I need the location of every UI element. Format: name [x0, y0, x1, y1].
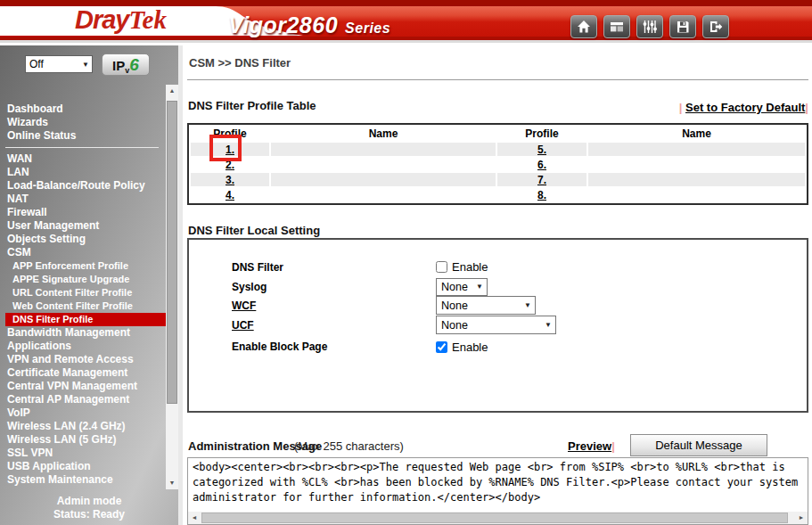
breadcrumb-rule: [187, 79, 808, 80]
sidebar-item-online-status[interactable]: Online Status: [0, 129, 166, 143]
table-row: 1. 5.: [191, 143, 805, 156]
local-setting-box: DNS Filter Enable Syslog None ▼ WCF None…: [187, 238, 808, 413]
sidebar-item-voip[interactable]: VoIP: [0, 406, 166, 420]
sidebar-item-central-ap-management[interactable]: Central AP Management: [0, 393, 166, 406]
product-model: Vigor2860: [228, 12, 338, 37]
logout-icon[interactable]: [702, 15, 729, 38]
local-setting-title: DNS Filter Local Setting: [188, 224, 320, 237]
table-row: 4. 8.: [191, 188, 805, 201]
default-message-button[interactable]: Default Message: [630, 434, 767, 456]
profile-1-link[interactable]: 1.: [226, 144, 234, 156]
sidebar: Off ▼ IPv6 Dashboard Wizards Online Stat…: [0, 45, 178, 525]
sidebar-item-user-management[interactable]: User Management: [0, 219, 166, 233]
dns-filter-enable-checkbox[interactable]: [436, 261, 447, 273]
sidebar-item-web-content-filter-profile[interactable]: Web Content Filter Profile: [0, 299, 166, 313]
main-content: CSM >> DNS Filter DNS Filter Profile Tab…: [183, 45, 812, 525]
admin-message-hint: (Max 255 characters): [294, 439, 404, 453]
sidebar-item-wireless-lan-5[interactable]: Wireless LAN (5 GHz): [0, 433, 166, 447]
scroll-left-icon[interactable]: ◄: [188, 512, 201, 524]
sidebar-item-appe-signature-upgrade[interactable]: APPE Signature Upgrade: [0, 273, 166, 286]
pipe-right: |: [805, 101, 808, 114]
sidebar-scrollbar-thumb[interactable]: [167, 101, 177, 404]
admin-message-text[interactable]: <body><center><br><br><br><p>The request…: [188, 459, 808, 512]
sidebar-item-csm[interactable]: CSM: [0, 246, 166, 259]
save-icon[interactable]: [669, 15, 696, 38]
logo-tek-text: Tek: [129, 5, 167, 34]
sidebar-scrollbar[interactable]: ▲ ▼: [166, 85, 178, 489]
block-page-enable-checkbox[interactable]: [436, 341, 447, 353]
admin-message-row: Administration Message (Max 255 characte…: [188, 436, 808, 459]
sidebar-item-wan[interactable]: WAN: [0, 152, 166, 166]
syslog-select-value: None: [441, 281, 468, 293]
ipv6-six-text: 6: [129, 55, 139, 74]
set-to-factory-default-link[interactable]: Set to Factory Default: [685, 101, 805, 114]
sidebar-item-central-vpn-management[interactable]: Central VPN Management: [0, 380, 166, 393]
col-header-name-left: Name: [271, 127, 496, 141]
sidebar-item-certificate-management[interactable]: Certificate Management: [0, 366, 166, 380]
dns-filter-enable-text: Enable: [452, 260, 488, 274]
scroll-right-icon[interactable]: ►: [795, 512, 808, 524]
profile-6-link[interactable]: 6.: [537, 159, 546, 171]
sidebar-item-usb-application[interactable]: USB Application: [0, 460, 166, 473]
sidebar-item-vpn-remote-access[interactable]: VPN and Remote Access: [0, 353, 166, 366]
sidebar-footer: Admin mode Status: Ready: [0, 495, 178, 521]
sidebar-item-app-enforcement-profile[interactable]: APP Enforcement Profile: [0, 259, 166, 273]
profile-3-link[interactable]: 3.: [226, 174, 234, 186]
sidebar-item-system-maintenance[interactable]: System Maintenance: [0, 473, 166, 487]
sidebar-item-wireless-lan-24[interactable]: Wireless LAN (2.4 GHz): [0, 420, 166, 433]
sidebar-item-ssl-vpn[interactable]: SSL VPN: [0, 447, 166, 460]
profile-6-name: [588, 158, 805, 171]
sidebar-item-wizards[interactable]: Wizards: [0, 116, 166, 129]
col-header-name-right: Name: [588, 127, 805, 141]
ucf-select[interactable]: None ▼: [436, 316, 556, 334]
status-text: Status: Ready: [0, 508, 178, 521]
ipv6-ip-text: IP: [112, 58, 125, 73]
horizontal-scrollbar-thumb[interactable]: [201, 513, 788, 523]
sidebar-item-dns-filter-profile[interactable]: DNS Filter Profile: [5, 313, 166, 326]
ucf-link[interactable]: UCF: [232, 319, 254, 332]
table-header-row: Profile Name Profile Name: [191, 127, 805, 141]
chevron-down-icon: ▼: [545, 321, 552, 329]
panels-icon[interactable]: [603, 15, 630, 38]
sidebar-item-objects-setting[interactable]: Objects Setting: [0, 233, 166, 246]
home-icon[interactable]: [570, 15, 597, 38]
factory-default-wrap: | Set to Factory Default|: [679, 101, 808, 114]
sidebar-item-nat[interactable]: NAT: [0, 193, 166, 206]
col-header-profile-right: Profile: [497, 127, 586, 141]
scroll-up-icon[interactable]: ▲: [166, 85, 178, 97]
admin-message-textarea[interactable]: <body><center><br><br><br><p>The request…: [187, 457, 808, 525]
profile-8-link[interactable]: 8.: [537, 189, 546, 201]
profile-2-link[interactable]: 2.: [226, 159, 234, 171]
wcf-select-value: None: [441, 299, 468, 312]
profile-4-name: [271, 188, 496, 201]
profile-5-name: [588, 143, 805, 156]
preview-link[interactable]: Preview: [568, 439, 611, 453]
sidebar-item-url-content-filter-profile[interactable]: URL Content Filter Profile: [0, 286, 166, 299]
syslog-select[interactable]: None ▼: [436, 278, 488, 296]
table-row: 2. 6.: [191, 158, 805, 171]
sidebar-item-load-balance[interactable]: Load-Balance/Route Policy: [0, 179, 166, 193]
chevron-down-icon: ▼: [476, 283, 483, 291]
profile-4-link[interactable]: 4.: [226, 189, 234, 201]
sidebar-item-bandwidth-management[interactable]: Bandwidth Management: [0, 326, 166, 340]
profile-8-name: [588, 188, 805, 201]
draytek-logo: DrayTek: [75, 5, 167, 35]
profile-1-name: [271, 143, 496, 156]
sidebar-item-dashboard[interactable]: Dashboard: [0, 103, 166, 116]
admin-mode-text: Admin mode: [0, 495, 178, 508]
sidebar-item-applications[interactable]: Applications: [0, 340, 166, 353]
scroll-down-icon[interactable]: ▼: [166, 477, 178, 489]
sidebar-item-firewall[interactable]: Firewall: [0, 206, 166, 219]
wcf-link[interactable]: WCF: [232, 299, 256, 312]
profile-7-link[interactable]: 7.: [537, 174, 546, 186]
breadcrumb: CSM >> DNS Filter: [189, 56, 291, 70]
sidebar-mode-select[interactable]: Off ▼: [25, 55, 93, 73]
sliders-icon[interactable]: [636, 15, 663, 38]
textarea-horizontal-scrollbar[interactable]: ◄ ►: [188, 512, 808, 524]
wcf-select[interactable]: None ▼: [436, 296, 536, 315]
dns-filter-label: DNS Filter: [189, 261, 436, 274]
sidebar-item-lan[interactable]: LAN: [0, 166, 166, 179]
chevron-down-icon: ▼: [82, 61, 89, 69]
ipv6-button[interactable]: IPv6: [102, 53, 150, 76]
profile-5-link[interactable]: 5.: [537, 144, 546, 156]
